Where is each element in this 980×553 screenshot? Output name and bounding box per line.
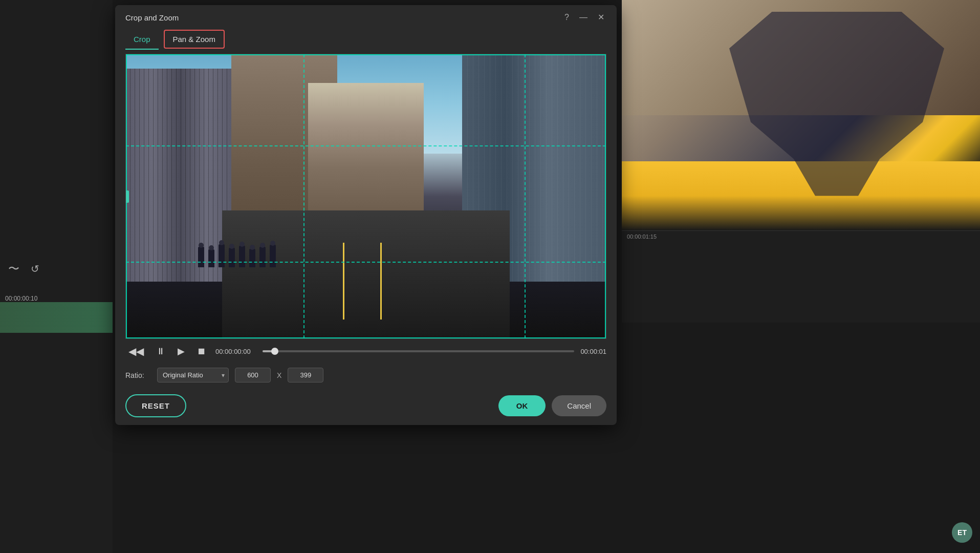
timeline-timestamp-left: 00:00:00:10 xyxy=(5,295,37,302)
city-scene xyxy=(126,54,606,338)
loop-button[interactable]: ↺ xyxy=(28,262,42,276)
right-preview xyxy=(622,0,980,230)
video-background xyxy=(126,54,606,338)
cancel-button[interactable]: Cancel xyxy=(552,395,606,416)
dialog-tabs: Crop Pan & Zoom xyxy=(115,30,617,49)
skater-preview-image xyxy=(622,0,980,230)
stop-button[interactable]: ⏹ xyxy=(194,345,209,358)
titlebar-buttons: ? — ✕ xyxy=(562,11,606,24)
left-panel: 00:00:00:10 〜 ↺ xyxy=(0,0,113,553)
step-back-button[interactable]: ⏸ xyxy=(153,345,168,358)
timeline-thumb[interactable] xyxy=(271,348,278,355)
help-button[interactable]: ? xyxy=(562,11,571,24)
ratio-select-wrapper[interactable]: Original Ratio 16:9 4:3 1:1 9:16 Custom xyxy=(157,368,229,382)
right-timestamp: 00:00:01:15 xyxy=(627,233,657,240)
minimize-button[interactable]: — xyxy=(577,11,590,24)
ratio-select[interactable]: Original Ratio 16:9 4:3 1:1 9:16 Custom xyxy=(157,368,229,382)
video-timeline-slider[interactable] xyxy=(263,350,574,352)
person-2 xyxy=(208,249,214,267)
ratio-row: Ratio: Original Ratio 16:9 4:3 1:1 9:16 … xyxy=(115,364,617,387)
footer-right: OK Cancel xyxy=(498,395,606,416)
ok-button[interactable]: OK xyxy=(498,395,546,416)
person-6 xyxy=(249,249,255,267)
person-3 xyxy=(219,244,225,267)
person-8 xyxy=(270,245,276,267)
person-5 xyxy=(239,246,245,267)
playback-controls: ◀◀ ⏸ ▶ ⏹ 00:00:00:00 00:00:01 xyxy=(115,339,617,364)
close-button[interactable]: ✕ xyxy=(596,11,606,24)
right-timeline-ruler: 00:00:01:15 xyxy=(622,231,980,242)
crop-zoom-dialog: Crop and Zoom ? — ✕ Crop Pan & Zoom xyxy=(115,5,617,425)
waveform-button[interactable]: 〜 xyxy=(5,261,23,276)
video-preview-area[interactable] xyxy=(125,54,606,339)
timeline-track-left[interactable] xyxy=(0,302,113,333)
dialog-title: Crop and Zoom xyxy=(125,13,179,22)
reset-button[interactable]: RESET xyxy=(125,394,186,417)
dialog-footer: RESET OK Cancel xyxy=(115,387,617,425)
person-1 xyxy=(198,247,204,267)
person-7 xyxy=(259,247,266,267)
ratio-label: Ratio: xyxy=(125,371,151,379)
dimension-separator: X xyxy=(277,371,281,379)
current-time: 00:00:00:00 xyxy=(215,348,256,355)
right-timeline: 00:00:01:15 xyxy=(622,230,980,323)
tab-crop[interactable]: Crop xyxy=(125,30,159,49)
width-input[interactable] xyxy=(235,368,271,382)
end-time: 00:00:01 xyxy=(580,348,606,355)
play-button[interactable]: ▶ xyxy=(175,345,188,358)
avatar[interactable]: ET xyxy=(952,522,972,543)
dialog-titlebar: Crop and Zoom ? — ✕ xyxy=(115,5,617,30)
tab-pan-zoom[interactable]: Pan & Zoom xyxy=(164,30,225,49)
person-4 xyxy=(229,248,235,267)
rewind-button[interactable]: ◀◀ xyxy=(125,344,147,358)
height-input[interactable] xyxy=(288,368,323,382)
people-area xyxy=(198,197,534,268)
